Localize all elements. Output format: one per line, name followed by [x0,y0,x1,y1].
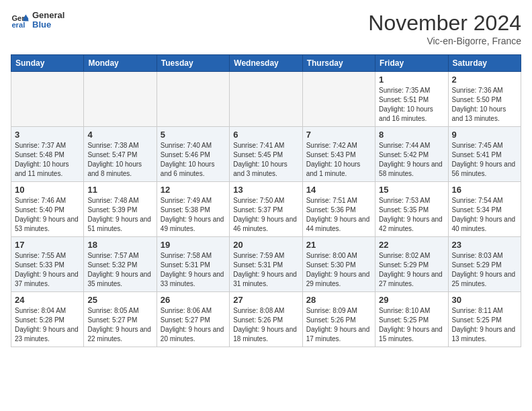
calendar-cell: 11Sunrise: 7:48 AM Sunset: 5:39 PM Dayli… [84,182,157,237]
day-info: Sunrise: 8:02 AM Sunset: 5:29 PM Dayligh… [379,251,444,289]
calendar-cell: 15Sunrise: 7:53 AM Sunset: 5:35 PM Dayli… [375,182,448,237]
day-number: 12 [161,185,226,195]
day-number: 10 [15,185,80,195]
day-info: Sunrise: 8:09 AM Sunset: 5:26 PM Dayligh… [306,306,371,344]
day-info: Sunrise: 7:53 AM Sunset: 5:35 PM Dayligh… [379,196,444,234]
day-number: 14 [306,185,371,195]
day-number: 25 [87,295,152,305]
calendar-cell: 20Sunrise: 7:59 AM Sunset: 5:31 PM Dayli… [230,237,302,292]
calendar-cell: 12Sunrise: 7:49 AM Sunset: 5:38 PM Dayli… [157,182,229,237]
day-number: 17 [15,240,80,250]
calendar-cell: 30Sunrise: 8:11 AM Sunset: 5:25 PM Dayli… [448,292,521,347]
calendar-header-saturday: Saturday [448,55,521,72]
calendar-week-row: 1Sunrise: 7:35 AM Sunset: 5:51 PM Daylig… [11,72,521,127]
calendar-header-row: SundayMondayTuesdayWednesdayThursdayFrid… [11,55,521,72]
day-info: Sunrise: 7:58 AM Sunset: 5:31 PM Dayligh… [161,251,226,289]
calendar-cell: 18Sunrise: 7:57 AM Sunset: 5:32 PM Dayli… [84,237,157,292]
day-number: 29 [379,295,444,305]
day-info: Sunrise: 7:40 AM Sunset: 5:46 PM Dayligh… [161,141,226,179]
day-number: 11 [87,185,152,195]
calendar-cell: 25Sunrise: 8:05 AM Sunset: 5:27 PM Dayli… [84,292,157,347]
day-number: 7 [306,130,371,140]
day-info: Sunrise: 7:45 AM Sunset: 5:41 PM Dayligh… [452,141,517,179]
calendar-cell: 28Sunrise: 8:09 AM Sunset: 5:26 PM Dayli… [302,292,375,347]
calendar-week-row: 10Sunrise: 7:46 AM Sunset: 5:40 PM Dayli… [11,182,521,237]
day-info: Sunrise: 7:36 AM Sunset: 5:50 PM Dayligh… [452,86,517,124]
calendar-cell: 7Sunrise: 7:42 AM Sunset: 5:43 PM Daylig… [302,127,375,182]
day-number: 9 [452,130,517,140]
calendar-cell [230,72,302,127]
day-info: Sunrise: 7:41 AM Sunset: 5:45 PM Dayligh… [233,141,298,179]
logo-icon: Gen eral [11,11,30,30]
day-info: Sunrise: 8:10 AM Sunset: 5:25 PM Dayligh… [379,306,444,344]
day-number: 18 [87,240,152,250]
calendar-cell: 24Sunrise: 8:04 AM Sunset: 5:28 PM Dayli… [11,292,84,347]
day-number: 27 [233,295,298,305]
day-number: 6 [233,130,298,140]
day-info: Sunrise: 8:04 AM Sunset: 5:28 PM Dayligh… [15,306,80,344]
day-number: 20 [233,240,298,250]
day-number: 16 [452,185,517,195]
day-info: Sunrise: 7:35 AM Sunset: 5:51 PM Dayligh… [379,86,444,124]
day-number: 23 [452,240,517,250]
day-number: 21 [306,240,371,250]
day-info: Sunrise: 7:49 AM Sunset: 5:38 PM Dayligh… [161,196,226,234]
calendar-cell [11,72,84,127]
day-info: Sunrise: 7:54 AM Sunset: 5:34 PM Dayligh… [452,196,517,234]
calendar-week-row: 3Sunrise: 7:37 AM Sunset: 5:48 PM Daylig… [11,127,521,182]
logo: Gen eral General Blue [11,11,64,30]
calendar-header-thursday: Thursday [302,55,375,72]
calendar-header-monday: Monday [84,55,157,72]
day-info: Sunrise: 7:51 AM Sunset: 5:36 PM Dayligh… [306,196,371,234]
calendar-cell: 27Sunrise: 8:08 AM Sunset: 5:26 PM Dayli… [230,292,302,347]
title-block: November 2024 Vic-en-Bigorre, France [368,11,521,46]
calendar-cell: 14Sunrise: 7:51 AM Sunset: 5:36 PM Dayli… [302,182,375,237]
calendar-cell: 3Sunrise: 7:37 AM Sunset: 5:48 PM Daylig… [11,127,84,182]
calendar-cell: 2Sunrise: 7:36 AM Sunset: 5:50 PM Daylig… [448,72,521,127]
calendar-week-row: 24Sunrise: 8:04 AM Sunset: 5:28 PM Dayli… [11,292,521,347]
calendar-cell: 23Sunrise: 8:03 AM Sunset: 5:29 PM Dayli… [448,237,521,292]
day-info: Sunrise: 7:50 AM Sunset: 5:37 PM Dayligh… [233,196,298,234]
calendar-cell: 29Sunrise: 8:10 AM Sunset: 5:25 PM Dayli… [375,292,448,347]
day-number: 26 [161,295,226,305]
location: Vic-en-Bigorre, France [368,36,521,46]
calendar-header-friday: Friday [375,55,448,72]
day-info: Sunrise: 8:06 AM Sunset: 5:27 PM Dayligh… [161,306,226,344]
calendar-header-wednesday: Wednesday [230,55,302,72]
calendar-cell: 8Sunrise: 7:44 AM Sunset: 5:42 PM Daylig… [375,127,448,182]
day-number: 5 [161,130,226,140]
day-info: Sunrise: 7:59 AM Sunset: 5:31 PM Dayligh… [233,251,298,289]
day-info: Sunrise: 8:00 AM Sunset: 5:30 PM Dayligh… [306,251,371,289]
day-info: Sunrise: 7:42 AM Sunset: 5:43 PM Dayligh… [306,141,371,179]
page-header: Gen eral General Blue November 2024 Vic-… [11,11,521,46]
day-info: Sunrise: 8:03 AM Sunset: 5:29 PM Dayligh… [452,251,517,289]
calendar-cell: 19Sunrise: 7:58 AM Sunset: 5:31 PM Dayli… [157,237,229,292]
day-number: 22 [379,240,444,250]
day-info: Sunrise: 7:37 AM Sunset: 5:48 PM Dayligh… [15,141,80,179]
calendar-table: SundayMondayTuesdayWednesdayThursdayFrid… [11,54,521,347]
day-number: 15 [379,185,444,195]
day-number: 30 [452,295,517,305]
calendar-cell [302,72,375,127]
calendar-cell: 26Sunrise: 8:06 AM Sunset: 5:27 PM Dayli… [157,292,229,347]
day-info: Sunrise: 7:44 AM Sunset: 5:42 PM Dayligh… [379,141,444,179]
calendar-cell: 10Sunrise: 7:46 AM Sunset: 5:40 PM Dayli… [11,182,84,237]
calendar-week-row: 17Sunrise: 7:55 AM Sunset: 5:33 PM Dayli… [11,237,521,292]
calendar-cell: 22Sunrise: 8:02 AM Sunset: 5:29 PM Dayli… [375,237,448,292]
day-info: Sunrise: 8:08 AM Sunset: 5:26 PM Dayligh… [233,306,298,344]
day-number: 1 [379,75,444,85]
day-number: 24 [15,295,80,305]
calendar-header-sunday: Sunday [11,55,84,72]
calendar-cell: 13Sunrise: 7:50 AM Sunset: 5:37 PM Dayli… [230,182,302,237]
calendar-cell: 1Sunrise: 7:35 AM Sunset: 5:51 PM Daylig… [375,72,448,127]
day-number: 3 [15,130,80,140]
day-number: 8 [379,130,444,140]
calendar-cell: 5Sunrise: 7:40 AM Sunset: 5:46 PM Daylig… [157,127,229,182]
day-info: Sunrise: 7:46 AM Sunset: 5:40 PM Dayligh… [15,196,80,234]
calendar-cell: 16Sunrise: 7:54 AM Sunset: 5:34 PM Dayli… [448,182,521,237]
day-number: 28 [306,295,371,305]
day-number: 19 [161,240,226,250]
calendar-header-tuesday: Tuesday [157,55,229,72]
calendar-cell [157,72,229,127]
logo-blue: Blue [32,20,64,30]
